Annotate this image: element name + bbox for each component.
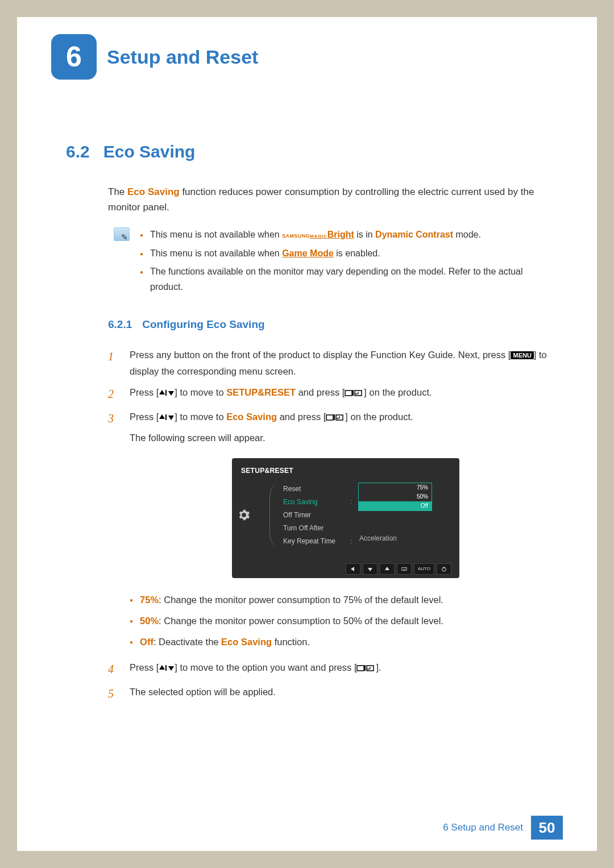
svg-rect-10 bbox=[326, 415, 333, 420]
svg-marker-20 bbox=[159, 665, 165, 670]
step-number: 1 bbox=[108, 347, 121, 380]
section-title: Eco Saving bbox=[103, 142, 196, 161]
svg-marker-13 bbox=[337, 417, 338, 419]
footer-label: 6 Setup and Reset bbox=[443, 822, 523, 833]
note-item: ● This menu is not available when Game M… bbox=[140, 246, 557, 261]
section-heading: 6.2 Eco Saving bbox=[51, 142, 557, 161]
svg-rect-17 bbox=[402, 568, 406, 571]
note-item: ● This menu is not available when SAMSUN… bbox=[140, 227, 557, 242]
step-number: 5 bbox=[108, 684, 121, 704]
svg-rect-11 bbox=[334, 414, 335, 420]
chapter-number-badge: 6 bbox=[51, 34, 97, 80]
menu-button-tag: MENU bbox=[511, 351, 533, 359]
subsection-title: Configuring Eco Saving bbox=[142, 318, 264, 331]
list-item: ● 75%: Change the monitor power consumpt… bbox=[130, 592, 557, 608]
step-number: 4 bbox=[108, 659, 121, 679]
intro-paragraph: The Eco Saving function reduces power co… bbox=[108, 184, 557, 215]
setup-reset-label: SETUP&RESET bbox=[226, 387, 296, 397]
svg-rect-8 bbox=[165, 414, 167, 420]
osd-menu-item-active: Eco Saving bbox=[283, 496, 351, 509]
note-block: ● This menu is not available when SAMSUN… bbox=[114, 227, 557, 298]
note-item: ● The functions available on the monitor… bbox=[140, 264, 557, 294]
svg-marker-15 bbox=[368, 568, 372, 571]
section-number: 6.2 bbox=[66, 142, 90, 161]
bullet-icon: ● bbox=[140, 231, 143, 242]
chapter-header: 6 Setup and Reset bbox=[51, 34, 557, 80]
option-description-list: ● 75%: Change the monitor power consumpt… bbox=[130, 592, 557, 650]
svg-marker-2 bbox=[168, 391, 174, 396]
step-number: 2 bbox=[108, 384, 121, 404]
up-down-arrows-icon bbox=[159, 413, 175, 421]
step-number: 3 bbox=[108, 409, 121, 655]
svg-rect-4 bbox=[352, 390, 354, 396]
osd-option: 75% bbox=[359, 483, 432, 492]
osd-option: 50% bbox=[359, 492, 432, 501]
bullet-icon: ● bbox=[130, 616, 133, 629]
osd-menu-list: Reset Eco Saving Off Timer Turn Off Afte… bbox=[283, 483, 351, 547]
up-down-arrows-icon bbox=[159, 389, 175, 397]
osd-nav-left-icon bbox=[346, 563, 360, 575]
game-mode-link[interactable]: Game Mode bbox=[282, 248, 334, 258]
bullet-icon: ● bbox=[140, 268, 143, 294]
osd-nav-down-icon bbox=[363, 563, 377, 575]
osd-menu-item: Key Repeat Time bbox=[283, 535, 351, 548]
svg-rect-23 bbox=[357, 666, 364, 671]
osd-title: SETUP&RESET bbox=[241, 465, 454, 477]
svg-rect-1 bbox=[165, 390, 167, 396]
svg-marker-0 bbox=[159, 390, 165, 394]
manual-page: 6 Setup and Reset 6.2 Eco Saving The Eco… bbox=[17, 17, 597, 851]
osd-option-selected: Off bbox=[359, 501, 432, 510]
osd-nav-enter-icon bbox=[397, 563, 412, 575]
list-item: ● 50%: Change the monitor power consumpt… bbox=[130, 613, 557, 629]
osd-menu-item: Off Timer bbox=[283, 509, 351, 522]
select-enter-icon bbox=[345, 389, 364, 397]
osd-nav-bar: AUTO bbox=[238, 563, 454, 575]
samsung-label: SAMSUNG bbox=[282, 233, 310, 239]
svg-marker-7 bbox=[159, 414, 165, 419]
option-label: 50% bbox=[140, 616, 159, 626]
option-label: 75% bbox=[140, 595, 159, 605]
note-list: ● This menu is not available when SAMSUN… bbox=[140, 227, 557, 298]
step-3: 3 Press [] to move to Eco Saving and pre… bbox=[108, 409, 557, 655]
page-footer: 6 Setup and Reset 50 bbox=[443, 816, 563, 840]
bullet-icon: ● bbox=[130, 637, 133, 650]
chapter-title: Setup and Reset bbox=[107, 46, 258, 68]
osd-screenshot: SETUP&RESET Reset Eco Saving Off Timer T… bbox=[232, 458, 557, 578]
bullet-icon: ● bbox=[130, 595, 133, 608]
eco-saving-label: Eco Saving bbox=[226, 412, 277, 422]
svg-marker-14 bbox=[351, 567, 354, 571]
svg-rect-24 bbox=[364, 665, 366, 671]
step-followup: The following screen will appear. bbox=[130, 430, 557, 446]
step-2: 2 Press [] to move to SETUP&RESET and pr… bbox=[108, 384, 557, 404]
list-item: ● Off: Deactivate the Eco Saving functio… bbox=[130, 634, 557, 650]
svg-rect-21 bbox=[165, 665, 167, 671]
svg-marker-16 bbox=[385, 567, 389, 570]
select-enter-icon bbox=[326, 413, 345, 421]
svg-marker-26 bbox=[367, 668, 369, 670]
magic-bright-link[interactable]: MAGICBright bbox=[310, 230, 354, 239]
page-number: 50 bbox=[531, 816, 563, 840]
svg-marker-6 bbox=[355, 393, 357, 394]
option-label: Off bbox=[140, 637, 154, 647]
bullet-icon: ● bbox=[140, 250, 143, 261]
svg-marker-9 bbox=[168, 416, 174, 420]
svg-marker-22 bbox=[168, 666, 174, 671]
step-1: 1 Press any button on the front of the p… bbox=[108, 347, 557, 380]
osd-menu-item: Reset bbox=[283, 483, 351, 496]
up-down-arrows-icon bbox=[159, 664, 175, 672]
osd-menu-item: Turn Off After bbox=[283, 522, 351, 535]
eco-saving-label: Eco Saving bbox=[221, 637, 272, 647]
step-list: 1 Press any button on the front of the p… bbox=[108, 347, 557, 704]
osd-option-dropdown: 75% 50% Off bbox=[358, 483, 432, 511]
feature-name: Eco Saving bbox=[127, 186, 180, 197]
svg-rect-3 bbox=[345, 391, 352, 396]
osd-nav-up-icon bbox=[380, 563, 395, 575]
dynamic-contrast-label: Dynamic Contrast bbox=[375, 230, 453, 239]
select-enter-icon bbox=[356, 664, 376, 672]
step-4: 4 Press [] to move to the option you wan… bbox=[108, 659, 557, 679]
gear-icon bbox=[238, 509, 250, 521]
step-5: 5 The selected option will be applied. bbox=[108, 684, 557, 704]
osd-nav-auto-button: AUTO bbox=[414, 563, 434, 575]
note-icon bbox=[114, 227, 130, 241]
osd-value: Acceleration bbox=[359, 533, 454, 545]
